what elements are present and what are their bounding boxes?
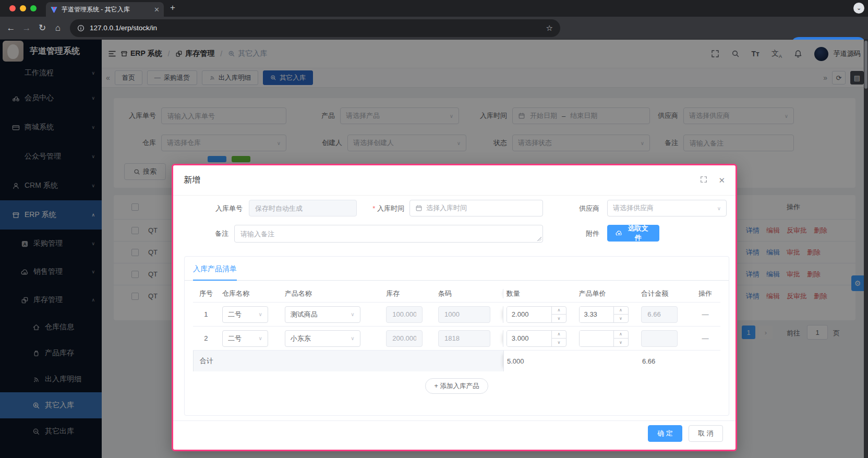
- qty-stepper[interactable]: ∧∨: [507, 330, 566, 347]
- new-tab-button[interactable]: +: [170, 3, 175, 13]
- barcode-input: [438, 306, 490, 323]
- confirm-button[interactable]: 确 定: [648, 425, 682, 442]
- barcode-input: [438, 330, 490, 347]
- browser-scrollbar[interactable]: [864, 40, 868, 458]
- step-down-icon[interactable]: ∨: [614, 315, 628, 322]
- browser-tabstrip: 芋道管理系统 - 其它入库 ✕ + ⌄: [0, 0, 868, 17]
- chevron-down-icon: ∨: [259, 311, 262, 317]
- step-down-icon[interactable]: ∨: [552, 315, 566, 322]
- tab-close-icon[interactable]: ✕: [154, 6, 160, 14]
- browser-tab[interactable]: 芋道管理系统 - 其它入库 ✕: [46, 2, 164, 17]
- back-icon[interactable]: ←: [3, 23, 19, 33]
- app-viewport: 芋道管理系统 工作流程∨ 会员中心∨ 商城系统∨ 公众号管理∨: [0, 40, 868, 458]
- select-file-button[interactable]: 选取文件: [607, 225, 659, 242]
- chevron-down-icon: ∨: [259, 335, 262, 341]
- warehouse-select[interactable]: 二号∨: [222, 306, 268, 323]
- step-down-icon[interactable]: ∨: [552, 339, 566, 346]
- add-stock-in-modal: 新增 ✕ 入库单号 入库时间 选择入库时间 供应商 请选择供应商 ∨ 备注: [172, 164, 737, 451]
- modal-supplier-label: 供应商: [552, 204, 599, 213]
- product-row: 1 二号∨ 测试商品∨ ∧∨ ∧∨: [193, 303, 720, 327]
- modal-supplier-select[interactable]: 请选择供应商 ∨: [607, 200, 727, 216]
- traffic-minimize-button[interactable]: [20, 5, 26, 11]
- price-stepper[interactable]: ∧∨: [579, 330, 629, 347]
- forward-icon[interactable]: →: [19, 23, 34, 33]
- stock-input: [386, 330, 423, 347]
- modal-order-no-label: 入库单号: [184, 204, 243, 213]
- add-product-button[interactable]: + 添加入库产品: [425, 378, 489, 394]
- amount-input: [641, 330, 678, 347]
- favicon: [50, 6, 58, 14]
- product-row: 2 二号∨ 小东东∨ ∧∨ ∧∨: [193, 327, 720, 351]
- summary-amount: 6.66: [639, 357, 691, 365]
- product-table-header: 序号 仓库名称 产品名称 库存 条码 数量 产品单价 合计金额 操作: [193, 285, 720, 303]
- url-text[interactable]: 127.0.0.1/erp/stock/in: [90, 24, 541, 32]
- modal-attachment-label: 附件: [552, 229, 599, 238]
- step-up-icon[interactable]: ∧: [614, 331, 628, 339]
- scrollbar-thumb[interactable]: [864, 41, 867, 89]
- step-up-icon[interactable]: ∧: [552, 307, 566, 315]
- amount-input: [641, 306, 678, 323]
- tab-search-button[interactable]: ⌄: [853, 3, 864, 14]
- address-bar[interactable]: 127.0.0.1/erp/stock/in ☆: [70, 19, 560, 37]
- modal-in-time-picker[interactable]: 选择入库时间: [409, 200, 543, 216]
- site-info-icon[interactable]: [77, 25, 85, 32]
- modal-title: 新增: [184, 175, 200, 186]
- stock-input: [386, 306, 423, 323]
- modal-footer: 确 定 取 消: [173, 420, 736, 442]
- modal-remark-textarea[interactable]: 请输入备注: [234, 225, 543, 243]
- warehouse-select[interactable]: 二号∨: [222, 330, 268, 347]
- modal-close-icon[interactable]: ✕: [718, 176, 725, 185]
- browser-tab-title: 芋道管理系统 - 其它入库: [62, 5, 150, 14]
- product-list-card: 入库产品清单 序号 仓库名称 产品名称 库存 条码 数量 产品单价 合计金额 操…: [184, 256, 729, 416]
- chevron-down-icon: ∨: [717, 206, 721, 211]
- tab-product-list[interactable]: 入库产品清单: [193, 264, 237, 280]
- browser-toolbar: ← → ↻ ⌂ 127.0.0.1/erp/stock/in ☆ 6 ◆ ● ✶…: [0, 17, 868, 40]
- modal-fullscreen-icon[interactable]: [700, 176, 707, 185]
- modal-order-no-input: [249, 200, 357, 216]
- summary-qty: 5.000: [503, 351, 576, 371]
- product-select[interactable]: 测试商品∨: [285, 306, 360, 323]
- price-stepper[interactable]: ∧∨: [579, 306, 629, 323]
- product-select[interactable]: 小东东∨: [285, 330, 360, 347]
- modal-titlebar: 新增 ✕: [173, 165, 736, 196]
- home-icon[interactable]: ⌂: [50, 23, 66, 33]
- modal-remark-label: 备注: [184, 229, 228, 238]
- qty-stepper[interactable]: ∧∨: [507, 306, 566, 323]
- chevron-down-icon: ∨: [351, 335, 354, 341]
- summary-row: 合计 5.000 6.66: [193, 351, 720, 371]
- traffic-close-button[interactable]: [9, 5, 16, 11]
- traffic-zoom-button[interactable]: [30, 5, 37, 11]
- step-up-icon[interactable]: ∧: [614, 307, 628, 315]
- reload-icon[interactable]: ↻: [34, 22, 50, 33]
- modal-in-time-label: 入库时间: [357, 204, 404, 213]
- upload-cloud-icon: [616, 230, 622, 237]
- summary-label: 合计: [193, 351, 503, 371]
- product-table: 序号 仓库名称 产品名称 库存 条码 数量 产品单价 合计金额 操作 1 二号∨: [193, 285, 720, 394]
- chevron-down-icon: ∨: [351, 311, 354, 317]
- product-tabs: 入库产品清单: [185, 257, 729, 281]
- cancel-button[interactable]: 取 消: [689, 425, 723, 442]
- step-down-icon[interactable]: ∨: [614, 339, 628, 346]
- calendar-icon: [415, 204, 423, 212]
- step-up-icon[interactable]: ∧: [552, 331, 566, 339]
- bookmark-star-icon[interactable]: ☆: [546, 23, 553, 33]
- screen: 芋道管理系统 - 其它入库 ✕ + ⌄ ← → ↻ ⌂ 127.0.0.1/er…: [0, 0, 868, 458]
